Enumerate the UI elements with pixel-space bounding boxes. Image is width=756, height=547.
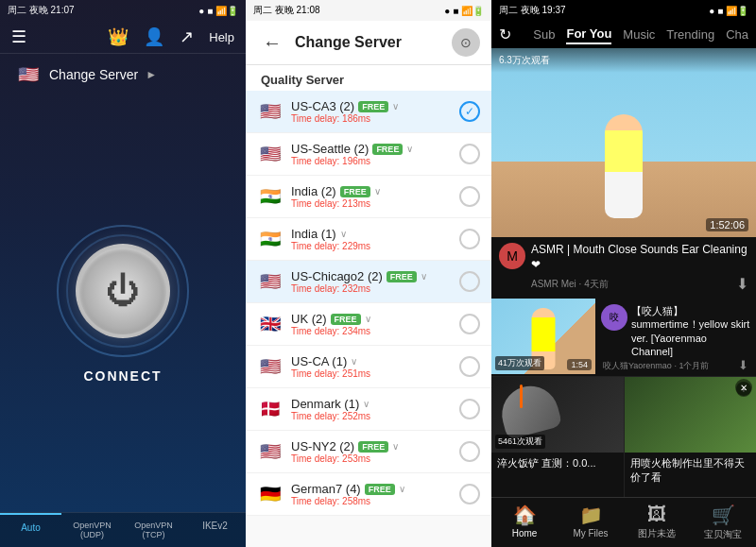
nav-home[interactable]: 🏠 Home	[491, 504, 558, 541]
server-check-4: ✓	[459, 271, 480, 292]
panel2-status-icons: ● ■ 📶🔋	[444, 6, 484, 16]
server-item-8[interactable]: 🇺🇸 US-NY2 (2) FREE ∨ Time delay: 253ms ✓	[246, 431, 491, 473]
tab-openvpn-tcp[interactable]: OpenVPN(TCP)	[123, 513, 184, 547]
tab-auto[interactable]: Auto	[0, 513, 61, 547]
flag-8: 🇺🇸	[257, 438, 284, 465]
refresh-icon[interactable]: ↻	[499, 26, 511, 43]
video-text-3: 淬火饭铲 直测：0.0...	[491, 453, 624, 473]
channel-1: ASMR Mei · 4天前	[531, 278, 609, 291]
home-label: Home	[512, 528, 538, 538]
nav-shop[interactable]: 🛒 宝贝淘宝	[690, 504, 756, 541]
video-text-4: 用喷火枪制作出里不得天价了看	[625, 453, 757, 487]
nav-my-files[interactable]: 📁 My Files	[558, 504, 624, 541]
video-text-1: ASMR | Mouth Close Sounds Ear Cleaning ❤…	[531, 243, 748, 293]
server-item-2[interactable]: 🇮🇳 India (2) FREE ∨ Time delay: 213ms ✓	[246, 176, 491, 218]
pictures-label: 图片未选	[638, 527, 676, 540]
nav-pictures[interactable]: 🖼 图片未选	[624, 504, 690, 541]
panel1-status-bar: 周二 夜晚 21:07 ● ■ 📶🔋	[0, 0, 246, 21]
server-name-5: UK (2) FREE ∨	[291, 312, 452, 326]
channel-2: 咬人猫Yaorenmao · 1个月前	[603, 360, 709, 372]
pictures-icon: 🖼	[647, 504, 666, 525]
connect-label: CONNECT	[83, 368, 162, 384]
server-item-6[interactable]: 🇺🇸 US-CA (1) ∨ Time delay: 251ms ✓	[246, 346, 491, 388]
video-meta-1: ASMR Mei · 4天前 ⬇	[531, 275, 748, 293]
download-icon-2[interactable]: ⬇	[738, 358, 748, 372]
video-item-1[interactable]: 6.3万次观看 1:52:06 M ASMR | Mouth Close Sou…	[491, 48, 756, 299]
tab-music[interactable]: Music	[623, 26, 655, 43]
sort-icon[interactable]: ⊙	[452, 28, 480, 57]
free-badge-9: FREE	[365, 484, 395, 495]
tab-sub[interactable]: Sub	[533, 26, 555, 43]
server-info-2: India (2) FREE ∨ Time delay: 213ms	[291, 184, 452, 209]
protocol-tabs: Auto OpenVPN(UDP) OpenVPN(TCP) IKEv2	[0, 512, 246, 547]
server-item-0[interactable]: 🇺🇸 US-CA3 (2) FREE ∨ Time delay: 186ms ✓	[246, 91, 491, 133]
change-server-label: Change Server	[49, 67, 138, 82]
video-thumb-4: + ✕	[625, 377, 757, 453]
video-title-block-2: 【咬人猫】summertime！yellow skirt ver. [Yaore…	[631, 304, 750, 358]
back-button[interactable]: ←	[257, 30, 287, 56]
server-name-1: US-Seattle (2) FREE ∨	[291, 142, 452, 156]
server-name-2: India (2) FREE ∨	[291, 184, 452, 198]
video-thumb-3: 5461次观看	[491, 377, 624, 453]
share-icon[interactable]: ↗	[180, 26, 194, 47]
video-duration-1: 1:52:06	[706, 218, 748, 231]
server-name-4: US-Chicago2 (2) FREE ∨	[291, 269, 452, 283]
menu-icon[interactable]: ☰	[11, 26, 26, 47]
avatar-2: 咬	[601, 304, 627, 331]
video-item-2[interactable]: 1:54 41万次观看 咬 【咬人猫】summertime！yellow ski…	[491, 299, 756, 377]
server-check-7: ✓	[459, 399, 480, 419]
download-icon-1[interactable]: ⬇	[736, 275, 748, 293]
video-text-2: 咬 【咬人猫】summertime！yellow skirt ver. [Yao…	[595, 299, 756, 376]
tab-ikev2[interactable]: IKEv2	[184, 513, 246, 547]
free-badge-2: FREE	[340, 186, 370, 197]
server-item-7[interactable]: 🇩🇰 Denmark (1) ∨ Time delay: 252ms ✓	[246, 388, 491, 431]
server-info-9: German7 (4) FREE ∨ Time delay: 258ms	[291, 482, 452, 506]
video-panel: 周二 夜晚 19:37 ● ■ 📶🔋 ↻ Sub For You Music T…	[491, 0, 756, 547]
server-info-5: UK (2) FREE ∨ Time delay: 234ms	[291, 312, 452, 336]
server-item-1[interactable]: 🇺🇸 US-Seattle (2) FREE ∨ Time delay: 196…	[246, 133, 491, 176]
server-check-8: ✓	[459, 441, 480, 462]
server-check-5: ✓	[459, 314, 480, 334]
video-info-row-2: 咬 【咬人猫】summertime！yellow skirt ver. [Yao…	[601, 304, 750, 358]
server-flag: 🇺🇸	[15, 61, 42, 88]
video-feed: 6.3万次观看 1:52:06 M ASMR | Mouth Close Sou…	[491, 48, 756, 497]
panel3-tabs: Sub For You Music Trending Cha	[533, 25, 748, 44]
crown-icon[interactable]: 👑	[108, 26, 129, 47]
change-server-row[interactable]: 🇺🇸 Change Server ►	[0, 54, 246, 95]
flag-7: 🇩🇰	[257, 396, 284, 422]
video-item-3[interactable]: 5461次观看 淬火饭铲 直测：0.0...	[491, 377, 624, 497]
server-item-5[interactable]: 🇬🇧 UK (2) FREE ∨ Time delay: 234ms ✓	[246, 303, 491, 346]
server-delay-9: Time delay: 258ms	[291, 496, 452, 506]
server-item-9[interactable]: 🇩🇪 German7 (4) FREE ∨ Time delay: 258ms …	[246, 473, 491, 516]
server-arrow: ►	[146, 68, 157, 81]
server-item-3[interactable]: 🇮🇳 India (1) ∨ Time delay: 229ms ✓	[246, 218, 491, 261]
server-check-1: ✓	[459, 144, 480, 164]
server-delay-1: Time delay: 196ms	[291, 156, 452, 166]
help-label[interactable]: Help	[209, 30, 234, 44]
girl-figure	[605, 114, 643, 218]
vpn-panel: 周二 夜晚 21:07 ● ■ 📶🔋 ☰ 👑 👤 ↗ Help 🇺🇸 Chang…	[0, 0, 246, 547]
tab-trending[interactable]: Trending	[666, 26, 714, 43]
flag-5: 🇬🇧	[257, 311, 284, 337]
server-item-4[interactable]: 🇺🇸 US-Chicago2 (2) FREE ∨ Time delay: 23…	[246, 261, 491, 303]
tab-openvpn-udp[interactable]: OpenVPN(UDP)	[61, 513, 123, 547]
video-title-2: 【咬人猫】summertime！yellow skirt ver. [Yaore…	[631, 304, 750, 358]
server-delay-2: Time delay: 213ms	[291, 198, 452, 209]
server-name-0: US-CA3 (2) FREE ∨	[291, 99, 452, 113]
server-check-2: ✓	[459, 186, 480, 207]
panel3-bottom-nav: 🏠 Home 📁 My Files 🖼 图片未选 🛒 宝贝淘宝	[491, 497, 756, 547]
video-title-4: 用喷火枪制作出里不得天价了看	[630, 456, 751, 484]
server-info-3: India (1) ∨ Time delay: 229ms	[291, 227, 452, 251]
video-duration-2: 1:54	[567, 359, 592, 370]
video-thumb-1: 6.3万次观看 1:52:06	[491, 48, 756, 237]
panel3-status-bar: 周二 夜晚 19:37 ● ■ 📶🔋	[491, 0, 756, 21]
user-icon[interactable]: 👤	[144, 26, 164, 47]
free-badge-5: FREE	[331, 314, 361, 325]
files-icon: 📁	[579, 504, 603, 526]
flag-6: 🇺🇸	[257, 353, 284, 380]
tab-for-you[interactable]: For You	[566, 25, 611, 44]
video-item-4[interactable]: + ✕ 用喷火枪制作出里不得天价了看	[625, 377, 757, 497]
server-check-9: ✓	[459, 484, 480, 504]
tab-cha[interactable]: Cha	[726, 26, 748, 43]
server-name-3: India (1) ∨	[291, 227, 452, 241]
